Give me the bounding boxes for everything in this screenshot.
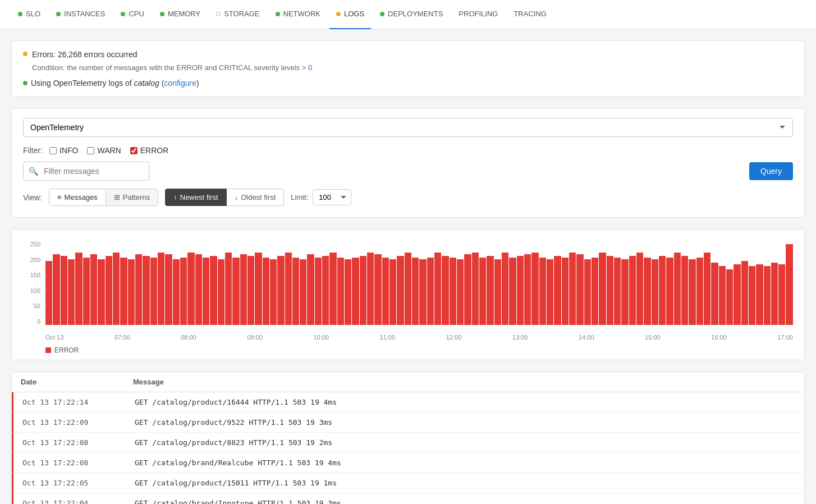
chart-bar	[277, 256, 284, 325]
chart-bar	[450, 258, 456, 325]
oldest-first-button[interactable]: ↓ Oldest first	[227, 189, 285, 206]
patterns-view-button[interactable]: ⊞ Patterns	[106, 189, 158, 205]
chart-bar	[659, 256, 666, 325]
nav-item-slo[interactable]: SLO	[11, 0, 47, 29]
chart-bar	[599, 253, 606, 325]
x-label-1600: 16:00	[711, 334, 727, 341]
chart-bar	[345, 259, 351, 325]
table-row[interactable]: Oct 13 17:22:08 GET /catalog/product/882…	[12, 433, 804, 453]
chart-bar	[360, 256, 366, 325]
condition-link[interactable]: 0	[308, 63, 312, 72]
chart-bar	[90, 254, 97, 325]
chart-bar	[412, 258, 419, 325]
filter-input-row: 🔍 Query	[23, 162, 793, 181]
nav-item-profiling[interactable]: PROFILING	[452, 0, 505, 29]
chart-bar	[382, 258, 389, 325]
newest-first-button[interactable]: ↑ Newest first	[165, 189, 226, 206]
chart-bar	[666, 258, 673, 325]
memory-status-dot	[160, 12, 164, 16]
x-label-0800: 08:00	[181, 334, 196, 341]
chart-bar	[405, 253, 411, 325]
chart-bar	[681, 256, 688, 325]
table-row[interactable]: Oct 13 17:22:04 GET /catalog/brand/Innot…	[12, 493, 804, 504]
chart-bar	[83, 258, 90, 325]
log-message: GET /catalog/product/8823 HTTP/1.1 503 1…	[135, 438, 795, 447]
y-label-100: 100	[30, 287, 40, 294]
chart-bar	[337, 258, 344, 325]
chart-bar	[292, 258, 299, 325]
x-label-1500: 15:00	[645, 334, 661, 341]
warn-checkbox-label[interactable]: WARN	[87, 146, 121, 155]
log-message: GET /catalog/product/16444 HTTP/1.1 503 …	[135, 398, 795, 406]
messages-icon: ≡	[57, 193, 62, 201]
log-table: Date Message Oct 13 17:22:14 GET /catalo…	[11, 372, 805, 504]
source-dropdown[interactable]: OpenTelemetry	[23, 118, 793, 137]
deployments-status-dot	[380, 12, 384, 16]
x-label-0700: 07:00	[114, 334, 130, 341]
chart-bar	[674, 253, 681, 325]
chart-bar	[689, 259, 695, 325]
chart-bar	[494, 259, 501, 325]
nav-label-logs: LOGS	[344, 10, 364, 18]
query-button[interactable]: Query	[749, 162, 793, 180]
chart-x-axis: Oct 13 07:00 08:00 09:00 10:00 11:00 12:…	[45, 328, 793, 342]
table-row[interactable]: Oct 13 17:22:09 GET /catalog/product/952…	[12, 413, 804, 433]
messages-view-label: Messages	[65, 193, 98, 201]
chart-bar	[636, 253, 643, 325]
error-label: ERROR	[140, 146, 169, 155]
filter-messages-input[interactable]	[23, 162, 149, 181]
legend-error-label: ERROR	[54, 346, 79, 354]
chart-bar	[584, 259, 591, 325]
messages-view-button[interactable]: ≡ Messages	[49, 189, 106, 205]
network-status-dot	[276, 12, 280, 16]
error-checkbox[interactable]	[130, 147, 137, 154]
x-label-1700: 17:00	[777, 334, 793, 341]
x-label-1200: 12:00	[446, 334, 462, 341]
cpu-status-dot	[121, 12, 125, 16]
chart-bar	[187, 253, 194, 325]
patterns-view-label: Patterns	[123, 193, 150, 201]
nav-label-deployments: DEPLOYMENTS	[388, 10, 443, 18]
oldest-sort-icon: ↓	[235, 193, 239, 201]
chart-bar	[143, 256, 149, 325]
chart-bar	[300, 259, 306, 325]
nav-item-cpu[interactable]: CPU	[114, 0, 150, 29]
chart-bar	[704, 253, 710, 325]
info-checkbox[interactable]	[49, 147, 57, 154]
error-checkbox-label[interactable]: ERROR	[130, 146, 169, 155]
limit-label: Limit:	[291, 193, 308, 201]
nav-item-tracing[interactable]: TRACING	[507, 0, 553, 29]
nav-item-deployments[interactable]: DEPLOYMENTS	[373, 0, 450, 29]
nav-item-network[interactable]: NETWORK	[269, 0, 327, 29]
chart-bar	[771, 263, 778, 325]
otel-status-dot	[23, 81, 27, 85]
chart-bar	[98, 259, 104, 325]
limit-dropdown[interactable]: 100 200 500 1000	[313, 189, 351, 205]
chart-bar	[397, 256, 404, 325]
table-row[interactable]: Oct 13 17:22:08 GET /catalog/brand/Realc…	[12, 453, 804, 473]
newest-first-label: Newest first	[180, 193, 218, 201]
nav-item-storage[interactable]: STORAGE	[209, 0, 266, 29]
nav-item-memory[interactable]: MEMORY	[153, 0, 207, 29]
info-checkbox-label[interactable]: INFO	[49, 146, 78, 155]
log-date: Oct 13 17:22:09	[22, 418, 135, 427]
top-navigation: SLO INSTANCES CPU MEMORY STORAGE NETWORK…	[0, 0, 816, 29]
otel-configure-link[interactable]: configure	[164, 79, 196, 88]
nav-item-instances[interactable]: INSTANCES	[49, 0, 112, 29]
warn-checkbox[interactable]	[87, 147, 94, 154]
chart-bar	[524, 254, 531, 325]
chart-bar	[569, 253, 576, 325]
chart-bar	[786, 244, 792, 325]
table-row[interactable]: Oct 13 17:22:05 GET /catalog/product/150…	[12, 473, 804, 493]
chart-bar	[711, 263, 718, 325]
chart-bar	[61, 256, 67, 325]
nav-item-logs[interactable]: LOGS	[329, 0, 371, 29]
chart-bar	[322, 256, 329, 325]
chart-bar	[652, 259, 658, 325]
table-header: Date Message	[12, 372, 804, 392]
table-row[interactable]: Oct 13 17:22:14 GET /catalog/product/164…	[12, 392, 804, 413]
nav-label-network: NETWORK	[283, 10, 320, 18]
chart-bar	[576, 254, 583, 325]
patterns-icon: ⊞	[114, 193, 120, 201]
chart-bar	[68, 259, 75, 325]
